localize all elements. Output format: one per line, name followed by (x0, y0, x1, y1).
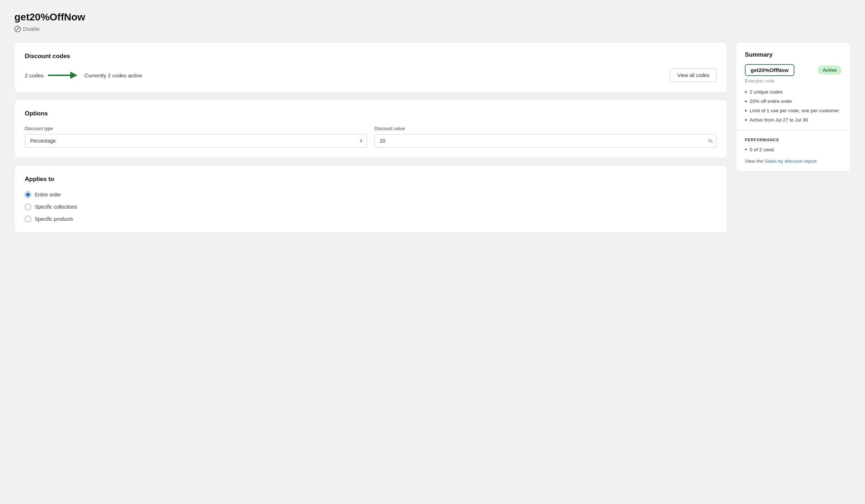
options-title: Options (25, 110, 717, 117)
summary-bullet-1: 2 unique codes (745, 89, 842, 95)
summary-code-box: get20%OffNow (745, 64, 794, 76)
perf-bullet-1: 0 of 2 used (745, 146, 842, 153)
page-title: get20%OffNow (14, 11, 851, 23)
radio-specific-products-input[interactable] (25, 216, 31, 222)
discount-type-select-wrapper: Percentage Fixed amount Free shipping ⬍ (25, 134, 367, 148)
applies-to-radio-group: Entire order Specific collections Specif… (25, 191, 717, 222)
performance-title: PERFORMANCE (745, 138, 842, 142)
radio-entire-order-input[interactable] (25, 191, 31, 198)
codes-row: 2 codes Currently 2 codes active View al… (25, 68, 717, 82)
svg-marker-1 (70, 72, 77, 79)
summary-code-row: get20%OffNow Active (745, 64, 842, 76)
summary-bullets: 2 unique codes 20% off entire order Limi… (745, 89, 842, 123)
disable-button[interactable]: Disable (14, 26, 40, 32)
discount-value-input[interactable] (374, 134, 717, 148)
discount-type-label: Discount type (25, 126, 367, 131)
main-layout: Discount codes 2 codes Currently 2 codes… (14, 42, 851, 233)
discount-value-field: Discount value % (374, 126, 717, 148)
discount-value-wrapper: % (374, 134, 717, 148)
summary-bullet-3: Limit of 1 use per code, one per custome… (745, 108, 842, 114)
radio-specific-collections[interactable]: Specific collections (25, 204, 717, 210)
radio-specific-collections-input[interactable] (25, 204, 31, 210)
summary-top: Summary get20%OffNow Active Example code… (736, 43, 850, 130)
radio-entire-order-label: Entire order (35, 192, 61, 198)
discount-type-field: Discount type Percentage Fixed amount Fr… (25, 126, 367, 148)
codes-active-text: Currently 2 codes active (85, 72, 142, 79)
radio-specific-collections-label: Specific collections (35, 204, 77, 210)
disable-label: Disable (23, 26, 40, 32)
disable-icon (14, 26, 21, 32)
summary-card: Summary get20%OffNow Active Example code… (736, 42, 851, 171)
green-arrow-icon (47, 70, 79, 80)
summary-performance: PERFORMANCE 0 of 2 used View the Sales b… (736, 130, 850, 171)
summary-bullet-4: Active from Jul 27 to Jul 30 (745, 117, 842, 123)
radio-specific-products[interactable]: Specific products (25, 216, 717, 222)
discount-codes-title: Discount codes (25, 53, 717, 60)
summary-title: Summary (745, 51, 842, 58)
view-all-codes-button[interactable]: View all codes (670, 68, 717, 82)
discount-codes-card: Discount codes 2 codes Currently 2 codes… (14, 42, 727, 92)
sales-report-link[interactable]: Sales by discount report (765, 158, 817, 164)
applies-to-card: Applies to Entire order Specific collect… (14, 165, 727, 233)
left-column: Discount codes 2 codes Currently 2 codes… (14, 42, 727, 233)
options-grid: Discount type Percentage Fixed amount Fr… (25, 126, 717, 148)
applies-to-title: Applies to (25, 176, 717, 183)
right-column: Summary get20%OffNow Active Example code… (736, 42, 851, 171)
options-card: Options Discount type Percentage Fixed a… (14, 100, 727, 158)
codes-left: 2 codes Currently 2 codes active (25, 70, 142, 80)
perf-bullets: 0 of 2 used (745, 146, 842, 153)
radio-specific-products-label: Specific products (35, 216, 73, 222)
sales-report-prefix: View the (745, 158, 765, 164)
arrow-container (47, 70, 79, 80)
discount-value-label: Discount value (374, 126, 717, 131)
sales-report-text: View the Sales by discount report (745, 158, 842, 164)
codes-count: 2 codes (25, 72, 44, 79)
discount-value-unit: % (708, 138, 713, 144)
discount-type-select[interactable]: Percentage Fixed amount Free shipping (25, 134, 367, 148)
radio-entire-order[interactable]: Entire order (25, 191, 717, 198)
active-badge: Active (818, 66, 842, 75)
summary-bullet-2: 20% off entire order (745, 99, 842, 104)
example-code-label: Example code (745, 78, 842, 84)
